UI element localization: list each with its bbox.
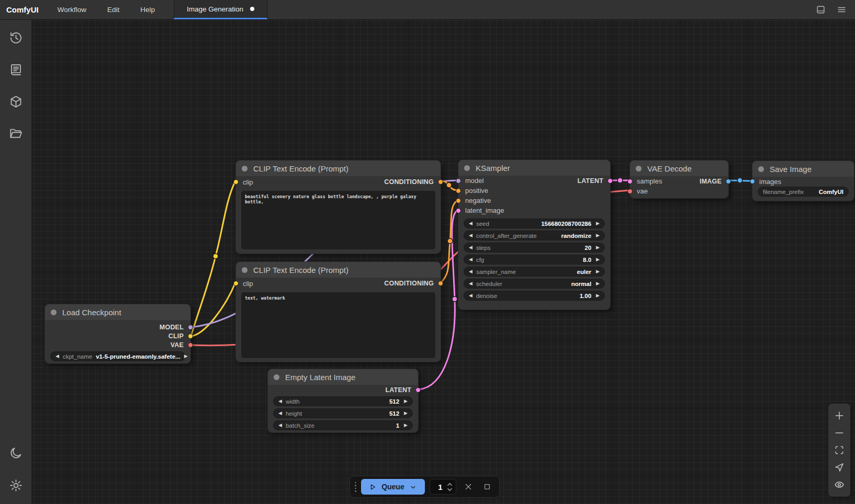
next-value-icon[interactable]: ▶ xyxy=(184,354,188,359)
link-clip-to-positive-prompt[interactable] xyxy=(191,181,235,336)
output-slot-latent[interactable] xyxy=(608,178,613,184)
prev-value-icon[interactable]: ◀ xyxy=(55,354,59,359)
decrement-icon[interactable]: ◀ xyxy=(469,221,473,226)
next-value-icon[interactable]: ▶ xyxy=(596,281,600,286)
output-slot-vae[interactable] xyxy=(188,342,193,348)
hamburger-menu-icon[interactable] xyxy=(831,0,852,19)
input-slot-latent-image[interactable] xyxy=(456,208,461,213)
input-slot-images[interactable] xyxy=(750,179,755,184)
unsaved-changes-dot[interactable] xyxy=(250,7,254,11)
widget-steps[interactable]: ◀ steps 20 ▶ xyxy=(464,243,605,253)
collapse-dot[interactable] xyxy=(464,165,470,171)
increment-icon[interactable]: ▶ xyxy=(404,411,408,416)
node-header[interactable]: Load Checkpoint xyxy=(45,304,190,320)
drag-handle-icon[interactable] xyxy=(355,482,356,492)
input-slot-model[interactable] xyxy=(456,178,461,184)
prompt-textarea[interactable]: beautiful scenery nature glass bottle la… xyxy=(241,191,435,249)
next-value-icon[interactable]: ▶ xyxy=(596,233,600,238)
widget-batch-size[interactable]: ◀ batch_size 1 ▶ xyxy=(273,420,413,430)
increment-icon[interactable]: ▶ xyxy=(596,257,600,262)
tab-image-generation[interactable]: Image Generation xyxy=(174,0,267,19)
model-library-icon[interactable] xyxy=(0,90,31,113)
clear-queue-icon[interactable] xyxy=(461,483,475,491)
link-midpoint-dot[interactable] xyxy=(446,182,452,188)
collapse-dot[interactable] xyxy=(51,310,57,315)
node-clip-text-encode-negative[interactable]: CLIP Text Encode (Prompt) clip CONDITION… xyxy=(235,261,441,362)
node-header[interactable]: VAE Decode xyxy=(630,161,728,176)
collapse-dot[interactable] xyxy=(274,374,279,380)
settings-gear-icon[interactable] xyxy=(0,474,31,497)
step-up-icon[interactable] xyxy=(447,483,453,486)
widget-ckpt-name[interactable]: ◀ ckpt_name v1-5-pruned-emaonly.safete..… xyxy=(50,351,185,361)
chevron-down-icon[interactable] xyxy=(409,483,417,491)
link-midpoint-dot[interactable] xyxy=(737,178,743,183)
toggle-visibility-eye-icon[interactable] xyxy=(834,479,845,490)
menu-workflow[interactable]: Workflow xyxy=(47,0,97,19)
node-load-checkpoint[interactable]: Load Checkpoint MODEL CLIP VAE ◀ ckpt_na… xyxy=(44,304,191,364)
increment-icon[interactable]: ▶ xyxy=(404,399,408,404)
link-midpoint-dot[interactable] xyxy=(617,178,623,183)
batch-count-value[interactable]: 1 xyxy=(433,483,447,491)
widget-filename-prefix[interactable]: filename_prefix ComfyUI xyxy=(758,187,849,197)
workflows-folder-icon[interactable] xyxy=(0,122,31,145)
node-clip-text-encode-positive[interactable]: CLIP Text Encode (Prompt) clip CONDITION… xyxy=(235,160,441,254)
widget-sampler-name[interactable]: ◀ sampler_name euler ▶ xyxy=(464,267,605,277)
workflow-history-icon[interactable] xyxy=(0,26,31,49)
widget-scheduler[interactable]: ◀ scheduler normal ▶ xyxy=(464,279,605,289)
output-slot-latent[interactable] xyxy=(415,387,421,393)
output-slot-clip[interactable] xyxy=(188,334,193,339)
prompt-textarea[interactable]: text, watermark xyxy=(241,292,435,358)
collapse-dot[interactable] xyxy=(242,267,248,273)
queue-button[interactable]: Queue xyxy=(361,479,425,495)
increment-icon[interactable]: ▶ xyxy=(596,293,600,298)
decrement-icon[interactable]: ◀ xyxy=(278,399,282,404)
node-header[interactable]: KSampler xyxy=(458,160,610,176)
link-midpoint-dot[interactable] xyxy=(213,254,218,259)
widget-width[interactable]: ◀ width 512 ▶ xyxy=(273,396,413,406)
fit-view-icon[interactable] xyxy=(834,445,845,455)
node-header[interactable]: CLIP Text Encode (Prompt) xyxy=(236,161,441,176)
output-slot-image[interactable] xyxy=(726,179,731,184)
widget-control-after-generate[interactable]: ◀ control_after_generate randomize ▶ xyxy=(464,231,605,240)
decrement-icon[interactable]: ◀ xyxy=(469,245,473,250)
widget-denoise[interactable]: ◀ denoise 1.00 ▶ xyxy=(464,291,605,301)
bottom-panel-icon[interactable] xyxy=(810,0,831,19)
menu-edit[interactable]: Edit xyxy=(97,0,130,19)
batch-count-input[interactable]: 1 xyxy=(430,479,456,495)
increment-icon[interactable]: ▶ xyxy=(596,245,600,250)
input-slot-negative[interactable] xyxy=(456,198,461,203)
link-clip-to-negative-prompt[interactable] xyxy=(191,282,235,336)
widget-height[interactable]: ◀ height 512 ▶ xyxy=(273,408,413,418)
pan-mode-icon[interactable] xyxy=(834,462,845,473)
node-header[interactable]: Save Image xyxy=(752,161,854,177)
output-slot-conditioning[interactable] xyxy=(438,179,443,185)
decrement-icon[interactable]: ◀ xyxy=(278,411,282,416)
decrement-icon[interactable]: ◀ xyxy=(278,423,282,428)
link-midpoint-dot[interactable] xyxy=(447,238,453,244)
widget-seed[interactable]: ◀ seed 156680208700286 ▶ xyxy=(464,219,605,228)
prev-value-icon[interactable]: ◀ xyxy=(469,281,473,286)
input-slot-positive[interactable] xyxy=(456,188,461,193)
node-library-icon[interactable] xyxy=(0,58,31,81)
link-midpoint-dot[interactable] xyxy=(452,296,457,302)
output-slot-conditioning[interactable] xyxy=(438,281,443,286)
decrement-icon[interactable]: ◀ xyxy=(469,293,473,298)
collapse-dot[interactable] xyxy=(758,166,764,172)
prev-value-icon[interactable]: ◀ xyxy=(469,269,473,274)
node-vae-decode[interactable]: VAE Decode samples IMAGE vae xyxy=(629,160,729,199)
widget-cfg[interactable]: ◀ cfg 8.0 ▶ xyxy=(464,255,605,265)
theme-toggle-icon[interactable] xyxy=(0,441,31,464)
node-empty-latent-image[interactable]: Empty Latent Image LATENT ◀ width 512 ▶ … xyxy=(267,369,419,433)
menu-help[interactable]: Help xyxy=(130,0,165,19)
node-header[interactable]: CLIP Text Encode (Prompt) xyxy=(236,262,441,278)
input-slot-clip[interactable] xyxy=(233,179,239,185)
increment-icon[interactable]: ▶ xyxy=(404,423,408,428)
step-down-icon[interactable] xyxy=(447,488,453,491)
zoom-in-icon[interactable] xyxy=(834,410,845,421)
node-ksampler[interactable]: KSampler model LATENT positive negative … xyxy=(458,159,611,310)
next-value-icon[interactable]: ▶ xyxy=(596,269,600,274)
node-save-image[interactable]: Save Image images filename_prefix ComfyU… xyxy=(752,161,854,201)
zoom-out-icon[interactable] xyxy=(834,428,845,438)
output-slot-model[interactable] xyxy=(188,325,193,330)
input-slot-samples[interactable] xyxy=(627,179,633,184)
